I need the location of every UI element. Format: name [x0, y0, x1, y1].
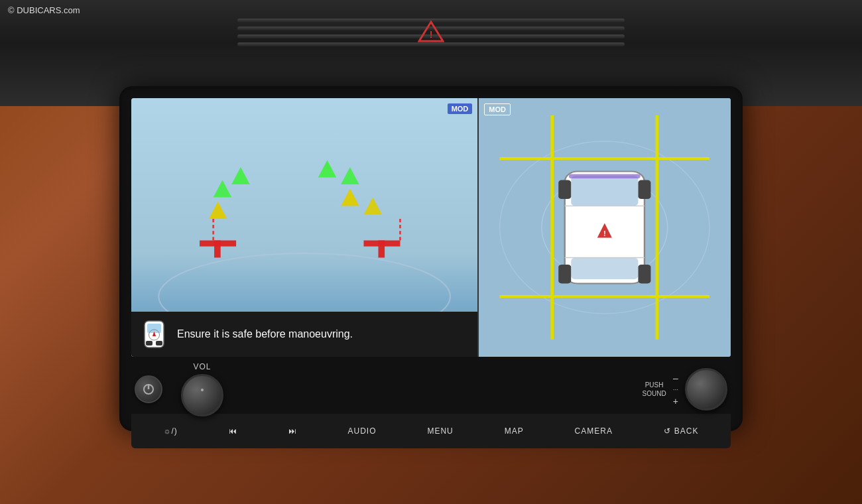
svg-rect-40 — [559, 180, 572, 200]
audio-label: AUDIO — [348, 426, 377, 436]
power-button[interactable] — [135, 375, 162, 403]
rear-camera-view: MOD — [131, 98, 479, 357]
warning-triangle-icon: ! — [418, 20, 444, 43]
menu-label: MENU — [427, 426, 453, 436]
safety-message-bar: Ensure it is safe before manoeuvring. — [131, 312, 477, 357]
svg-rect-18 — [146, 341, 153, 346]
svg-text:!: ! — [603, 230, 606, 237]
svg-rect-46 — [569, 174, 641, 178]
svg-rect-41 — [639, 180, 651, 200]
svg-rect-37 — [572, 258, 639, 280]
map-button[interactable]: MAP — [495, 421, 533, 441]
mod-badge-left: MOD — [448, 103, 473, 114]
birds-eye-view: MOD — [479, 98, 731, 357]
push-sound-label: PUSH SOUND — [643, 381, 666, 398]
volume-plus-icon: + — [673, 396, 678, 407]
volume-minus-icon: – — [673, 373, 678, 383]
safety-car-icon — [139, 318, 169, 351]
svg-rect-13 — [378, 241, 385, 258]
svg-marker-7 — [209, 202, 227, 219]
volume-icons: – ··· + — [673, 373, 678, 407]
safety-message-text: Ensure it is safe before manoeuvring. — [177, 328, 353, 340]
svg-text:!: ! — [430, 29, 433, 40]
svg-marker-8 — [341, 189, 359, 206]
prev-icon: ⏮ — [229, 426, 237, 436]
audio-button[interactable]: AUDIO — [339, 421, 386, 441]
mod-badge-right: MOD — [484, 103, 511, 115]
svg-rect-43 — [639, 265, 651, 284]
left-controls: VOL — [135, 362, 223, 416]
right-controls: PUSH SOUND – ··· + — [643, 368, 727, 410]
car-interior: © DUBICARS.com ! MOD — [0, 0, 862, 504]
svg-rect-11 — [214, 241, 221, 258]
svg-rect-17 — [147, 324, 161, 333]
svg-marker-6 — [341, 167, 359, 184]
sound-knob[interactable] — [685, 368, 727, 410]
next-icon: ⏭ — [288, 426, 297, 436]
birds-eye-svg: ! — [479, 98, 731, 357]
controls-row: VOL PUSH SOUND – ··· + — [131, 366, 731, 412]
svg-marker-4 — [214, 180, 231, 198]
svg-marker-5 — [318, 160, 336, 178]
volume-knob[interactable] — [181, 374, 223, 416]
prev-button[interactable]: ⏮ — [219, 421, 247, 441]
svg-marker-9 — [363, 198, 381, 215]
infotainment-bezel: MOD — [119, 86, 743, 431]
brightness-icon: ☼/) — [163, 426, 177, 436]
svg-rect-36 — [572, 176, 639, 206]
camera-label: CAMERA — [575, 426, 613, 436]
brightness-button[interactable]: ☼/) — [154, 421, 186, 441]
bottom-button-bar: ☼/) ⏮ ⏭ AUDIO MENU MAP CAMERA ↺ BACK — [131, 414, 731, 448]
map-label: MAP — [505, 426, 524, 436]
svg-rect-19 — [156, 341, 162, 346]
menu-button[interactable]: MENU — [418, 421, 462, 441]
vol-label: VOL — [193, 362, 211, 371]
camera-button[interactable]: CAMERA — [566, 421, 622, 441]
watermark: © DUBICARS.com — [8, 5, 80, 15]
back-icon: ↺ — [664, 426, 671, 436]
back-button[interactable]: ↺ BACK — [654, 421, 708, 441]
back-label: BACK — [674, 426, 699, 436]
svg-rect-42 — [559, 265, 572, 284]
next-button[interactable]: ⏭ — [279, 421, 306, 441]
svg-marker-3 — [231, 167, 249, 184]
display-screen: MOD — [131, 98, 731, 357]
